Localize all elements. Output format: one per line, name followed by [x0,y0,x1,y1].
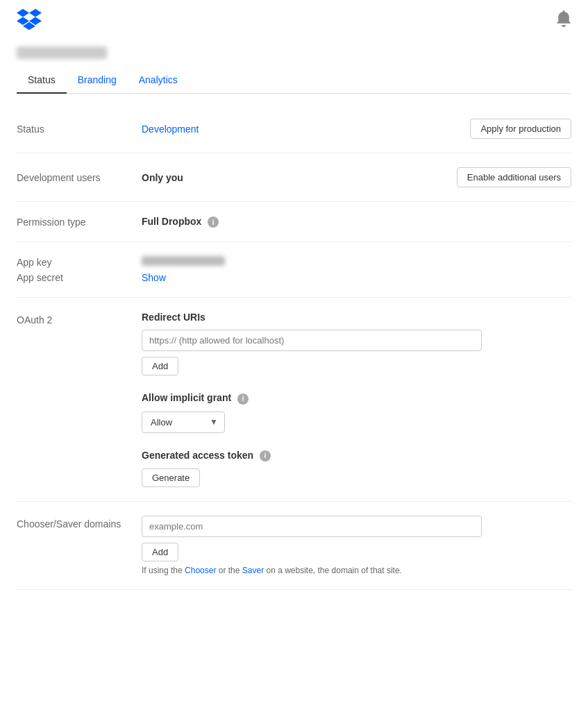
allow-implicit-grant-select[interactable]: Allow Disallow [142,412,225,433]
status-label: Status [17,124,142,135]
implicit-grant-title: Allow implicit grant i [142,392,571,404]
app-secret-label: App secret [17,272,142,283]
tab-branding[interactable]: Branding [67,67,128,94]
generated-token-title-text: Generated access token [142,450,253,461]
oauth2-label: OAuth 2 [17,312,142,487]
status-row: Status Development Apply for production [17,105,571,153]
oauth2-content: Redirect URIs Add Allow implicit grant i… [142,312,571,487]
dev-users-action: Enable additional users [457,167,571,187]
app-secret-value: Show [142,272,571,283]
implicit-grant-subsection: Allow implicit grant i Allow Disallow ▼ [142,392,571,432]
tab-settings[interactable]: Status [17,67,67,94]
settings-content: Status Development Apply for production … [0,94,588,601]
dev-users-row: Development users Only you Enable additi… [17,153,571,202]
chooser-domain-add-button[interactable]: Add [142,543,178,561]
app-key-blurred [142,256,225,266]
redirect-uris-subsection: Redirect URIs Add [142,312,571,375]
dev-users-label: Development users [17,172,142,183]
app-name-blurred [17,46,107,59]
dropbox-logo [17,8,42,33]
oauth2-section: OAuth 2 Redirect URIs Add Allow implicit… [17,298,571,502]
permission-row: Permission type Full Dropbox i [17,202,571,242]
show-secret-link[interactable]: Show [142,272,166,283]
generated-token-title: Generated access token i [142,450,571,461]
top-bar [0,0,588,41]
allow-select-wrapper: Allow Disallow ▼ [142,412,225,433]
permission-text: Full Dropbox [142,216,201,227]
generated-token-info-icon[interactable]: i [260,450,271,461]
chooser-link[interactable]: Chooser [185,566,216,575]
chooser-saver-row: Chooser/Saver domains Add If using the C… [17,502,571,590]
app-key-label: App key [17,257,142,268]
generate-token-button[interactable]: Generate [142,468,200,487]
redirect-uri-add-button[interactable]: Add [142,357,178,375]
chooser-saver-label: Chooser/Saver domains [17,516,142,575]
app-key-value [142,256,571,268]
chooser-note-suffix: on a website, the domain of that site. [266,566,401,575]
generated-token-subsection: Generated access token i Generate [142,450,571,487]
permission-info-icon[interactable]: i [208,217,219,228]
dev-users-value: Only you [142,172,457,183]
implicit-grant-info-icon[interactable]: i [237,393,249,405]
implicit-grant-title-text: Allow implicit grant [142,392,231,403]
key-secret-group: App key App secret Show [17,242,571,298]
chooser-note-prefix: If using the [142,566,185,575]
apply-for-production-button[interactable]: Apply for production [470,119,571,139]
permission-value: Full Dropbox i [142,216,571,228]
permission-label: Permission type [17,217,142,228]
saver-link[interactable]: Saver [242,566,264,575]
app-secret-row: App secret Show [17,272,571,283]
app-key-row: App key [17,256,571,268]
enable-additional-users-button[interactable]: Enable additional users [457,167,571,187]
status-action: Apply for production [470,119,571,139]
chooser-domain-input[interactable] [142,516,482,537]
chooser-saver-note: If using the Chooser or the Saver on a w… [142,566,571,575]
tab-analytics[interactable]: Analytics [128,67,189,94]
redirect-uris-title: Redirect URIs [142,312,571,323]
status-value: Development [142,124,470,135]
chooser-saver-content: Add If using the Chooser or the Saver on… [142,516,571,575]
redirect-uri-input[interactable] [142,330,482,351]
notification-bell-icon[interactable] [556,10,571,31]
tabs-bar: Status Branding Analytics [17,67,571,94]
chooser-note-middle: or the [219,566,242,575]
